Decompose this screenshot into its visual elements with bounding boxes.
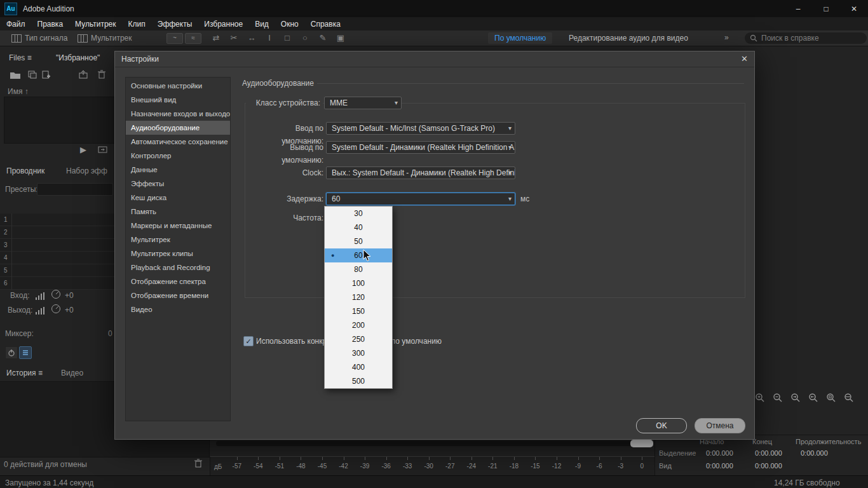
play-button[interactable]: ▶ [80, 145, 86, 154]
presets-dropdown[interactable] [37, 183, 113, 196]
zoom-full-icon[interactable] [844, 393, 854, 403]
power-button[interactable] [5, 346, 18, 359]
category-item[interactable]: Мультитрек клипы [126, 247, 230, 261]
zoom-out-icon[interactable] [773, 393, 783, 403]
menu-item[interactable]: Файл [6, 20, 25, 29]
category-item[interactable]: Аудиооборудование [126, 121, 230, 135]
help-search-field[interactable]: Поиск в справке [745, 32, 867, 44]
waveform-type-button[interactable]: Тип сигнала [11, 32, 67, 44]
workspace-default-button[interactable]: По умолчанию [488, 32, 552, 44]
latency-option[interactable]: 50 [325, 234, 392, 248]
latency-option[interactable]: 400 [325, 360, 392, 374]
import-media-icon[interactable] [28, 71, 37, 79]
output-gain-knob[interactable] [51, 304, 61, 314]
latency-option[interactable]: 200 [325, 318, 392, 332]
view-end-value[interactable]: 0:00.000 [755, 462, 782, 470]
workspace-overflow-button[interactable]: » [724, 33, 729, 42]
toolbar-tool-icon[interactable]: ↔ [245, 32, 258, 44]
latency-option[interactable]: ●60 [325, 248, 392, 262]
input-gain-knob[interactable] [51, 289, 61, 299]
device-class-dropdown[interactable]: MME ▾ [324, 97, 402, 109]
menu-item[interactable]: Правка [37, 20, 64, 29]
selection-duration-value[interactable]: 0:00.000 [801, 449, 828, 457]
trash-icon[interactable] [98, 70, 105, 79]
latency-option[interactable]: 250 [325, 332, 392, 346]
zoom-in-horizontal-icon[interactable] [790, 393, 801, 403]
maximize-button[interactable]: □ [812, 0, 840, 17]
video-panel-tab[interactable]: Видео [61, 369, 83, 377]
category-item[interactable]: Память [126, 205, 230, 219]
category-item[interactable]: Мультитрек [126, 233, 230, 247]
category-item[interactable]: Основные настройки [126, 79, 230, 93]
toolbar-tool-icon[interactable]: □ [281, 32, 294, 44]
zoom-in-icon[interactable] [755, 393, 765, 403]
history-panel-tab[interactable]: История ≡ [6, 369, 43, 377]
dialog-titlebar[interactable]: Настройки ✕ [115, 51, 754, 67]
open-folder-icon[interactable] [10, 71, 20, 79]
cancel-button[interactable]: Отмена [695, 418, 745, 433]
new-file-icon[interactable] [42, 71, 50, 79]
category-item[interactable]: Кеш диска [126, 191, 230, 205]
category-item[interactable]: Автоматическое сохранение [126, 135, 230, 149]
latency-option[interactable]: 100 [325, 276, 392, 290]
toolbar-tool-icon[interactable]: ○ [299, 32, 311, 44]
toolbar-tool-icon[interactable]: I [263, 32, 276, 44]
effects-toggle-button[interactable] [19, 346, 32, 359]
scrollbar-handle[interactable] [630, 440, 653, 447]
zoom-out-horizontal-icon[interactable] [808, 393, 818, 403]
category-item[interactable]: Назначение входов и выходов [126, 107, 230, 121]
latency-dropdown[interactable]: 60 ▾ [326, 193, 515, 205]
export-icon[interactable] [79, 71, 88, 79]
toolbar-tool-icon[interactable]: ▣ [334, 32, 347, 44]
selection-end-value[interactable]: 0:00.000 [755, 449, 782, 457]
files-panel-tab[interactable]: Files ≡ [9, 53, 32, 62]
latency-dropdown-list[interactable]: 304050●6080100120150200250300400500 [324, 206, 393, 389]
zoom-to-selection-icon[interactable] [826, 393, 836, 403]
name-column-header[interactable]: Имя ↑ [8, 87, 29, 96]
multitrack-button[interactable]: Мультитрек [78, 32, 132, 44]
favorites-panel-tab[interactable]: "Избранное" [56, 53, 100, 62]
latency-option[interactable]: 150 [325, 304, 392, 318]
minimize-button[interactable]: – [784, 0, 812, 17]
panel-menu-icon[interactable]: ≡ [38, 369, 43, 377]
toolbar-tool-icon[interactable]: ⇄ [210, 32, 222, 44]
category-item[interactable]: Контроллер [126, 149, 230, 163]
latency-option[interactable]: 300 [325, 346, 392, 360]
input-gain-value[interactable]: +0 [65, 291, 74, 300]
trash-icon[interactable] [194, 459, 202, 468]
menu-item[interactable]: Окно [281, 20, 299, 29]
panel-menu-icon[interactable]: ≡ [27, 53, 32, 62]
default-input-dropdown[interactable]: System Default - Mic/Inst (Samson G-Trac… [326, 122, 515, 135]
category-item[interactable]: Playback and Recording [126, 261, 230, 274]
category-item[interactable]: Данные [126, 163, 230, 177]
dialog-close-icon[interactable]: ✕ [741, 54, 748, 64]
device-defaults-checkbox[interactable]: ✓ [243, 336, 254, 346]
category-item[interactable]: Эффекты [126, 177, 230, 191]
category-item[interactable]: Маркеры и метаданные [126, 219, 230, 233]
waveform-editor-view-icon[interactable]: ~ [166, 33, 183, 44]
menu-item[interactable]: Эффекты [158, 20, 193, 29]
horizontal-scrollbar[interactable] [216, 441, 653, 446]
category-item[interactable]: Видео [126, 302, 230, 316]
latency-option[interactable]: 500 [325, 374, 392, 388]
explorer-panel-tab[interactable]: Проводник [6, 166, 44, 175]
loop-export-icon[interactable] [98, 146, 107, 153]
category-item[interactable]: Внешний вид [126, 93, 230, 107]
menu-item[interactable]: Вид [255, 20, 269, 29]
latency-option[interactable]: 120 [325, 290, 392, 304]
toolbar-tool-icon[interactable]: ✎ [316, 32, 329, 44]
ok-button[interactable]: OK [636, 418, 687, 433]
menu-item[interactable]: Справка [311, 20, 341, 29]
default-output-dropdown[interactable]: System Default - Динамики (Realtek High … [326, 141, 515, 154]
latency-option[interactable]: 80 [325, 262, 392, 276]
effects-rack-panel-tab[interactable]: Набор эфф [66, 166, 107, 175]
category-item[interactable]: Отображение времени [126, 288, 230, 302]
selection-start-value[interactable]: 0:00.000 [706, 449, 733, 457]
menu-item[interactable]: Избранное [204, 20, 243, 29]
menu-item[interactable]: Клип [128, 20, 146, 29]
menu-item[interactable]: Мультитрек [75, 20, 116, 29]
view-start-value[interactable]: 0:00.000 [706, 462, 733, 470]
toolbar-tool-icon[interactable]: ✂ [227, 32, 240, 44]
workspace-video-editing-button[interactable]: Редактирование аудио для видео [569, 34, 688, 43]
category-item[interactable]: Отображение спектра [126, 274, 230, 288]
